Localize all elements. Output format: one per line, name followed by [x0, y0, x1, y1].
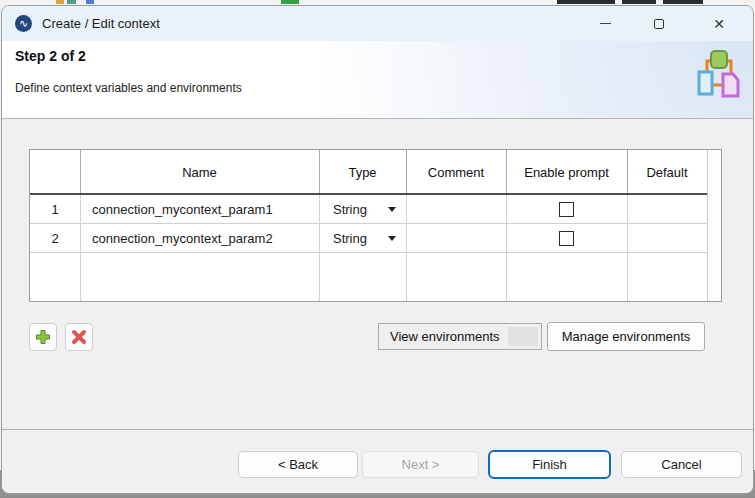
column-divider	[406, 150, 407, 193]
background-text-bit	[557, 0, 615, 4]
type-dropdown[interactable]: String	[319, 224, 406, 253]
talend-logo-icon: ∿	[15, 15, 32, 32]
maximize-button[interactable]	[636, 6, 682, 41]
close-icon: ✕	[713, 16, 725, 32]
column-header-name[interactable]: Name	[80, 150, 319, 195]
footer-separator	[2, 429, 753, 430]
type-dropdown[interactable]: String	[319, 195, 406, 224]
enable-prompt-checkbox[interactable]	[559, 231, 574, 246]
title-bar: ∿ Create / Edit context ✕	[2, 6, 753, 41]
manage-environments-label: Manage environments	[562, 329, 691, 344]
column-header-default[interactable]: Default	[627, 150, 707, 195]
add-variable-button[interactable]	[29, 323, 57, 351]
enable-prompt-cell	[506, 195, 627, 224]
background-icon-bit	[86, 0, 94, 4]
wizard-banner: Step 2 of 2 Define context variables and…	[2, 41, 753, 119]
plus-icon	[35, 329, 51, 345]
variable-name-cell[interactable]: connection_mycontext_param1	[80, 195, 319, 224]
background-icon-bit	[67, 0, 76, 4]
context-variables-table: Name Type Comment Enable prompt Default …	[29, 149, 722, 302]
step-subtitle: Define context variables and environment…	[15, 81, 242, 95]
view-environments-combo-block	[508, 327, 538, 346]
manage-environments-button[interactable]: Manage environments	[547, 322, 705, 351]
background-text-bit	[622, 0, 656, 4]
table-header-row: Name Type Comment Enable prompt Default	[30, 150, 721, 195]
column-header-type[interactable]: Type	[319, 150, 406, 195]
background-icon-bit	[281, 0, 299, 4]
row-number: 2	[30, 224, 80, 253]
remove-variable-button[interactable]	[65, 323, 93, 351]
variable-name-cell[interactable]: connection_mycontext_param2	[80, 224, 319, 253]
next-button: Next >	[362, 451, 479, 478]
column-header-enable-prompt[interactable]: Enable prompt	[506, 150, 627, 195]
chevron-down-icon	[388, 207, 396, 212]
minimize-icon	[600, 23, 611, 24]
table-row[interactable]: 1 connection_mycontext_param1 String	[30, 195, 721, 224]
minimize-button[interactable]	[582, 6, 628, 41]
enable-prompt-checkbox[interactable]	[559, 202, 574, 217]
view-environments-button[interactable]: View environments	[378, 323, 542, 350]
column-divider	[319, 150, 320, 193]
column-divider	[627, 150, 628, 193]
column-divider	[80, 150, 81, 193]
type-value: String	[333, 202, 367, 217]
vertical-scrollbar[interactable]	[707, 150, 721, 301]
chevron-down-icon	[388, 236, 396, 241]
close-button[interactable]: ✕	[694, 6, 744, 41]
background-icon-bit	[56, 0, 64, 4]
type-value: String	[333, 231, 367, 246]
table-row[interactable]: 2 connection_mycontext_param2 String	[30, 224, 721, 253]
cancel-button[interactable]: Cancel	[621, 451, 742, 478]
row-number: 1	[30, 195, 80, 224]
maximize-icon	[654, 19, 664, 29]
column-divider	[506, 150, 507, 193]
enable-prompt-cell	[506, 224, 627, 253]
background-text-bit	[663, 0, 703, 4]
column-header-rownum[interactable]	[30, 150, 80, 195]
create-edit-context-dialog: ∿ Create / Edit context ✕ Step 2 of 2 De…	[1, 5, 754, 494]
window-title: Create / Edit context	[42, 6, 160, 41]
red-x-icon	[71, 329, 87, 345]
finish-button[interactable]: Finish	[488, 450, 611, 479]
view-environments-label: View environments	[390, 329, 500, 344]
column-header-comment[interactable]: Comment	[406, 150, 506, 195]
context-wizard-icon	[695, 48, 741, 104]
back-button[interactable]: < Back	[238, 451, 358, 478]
step-title: Step 2 of 2	[15, 48, 86, 64]
